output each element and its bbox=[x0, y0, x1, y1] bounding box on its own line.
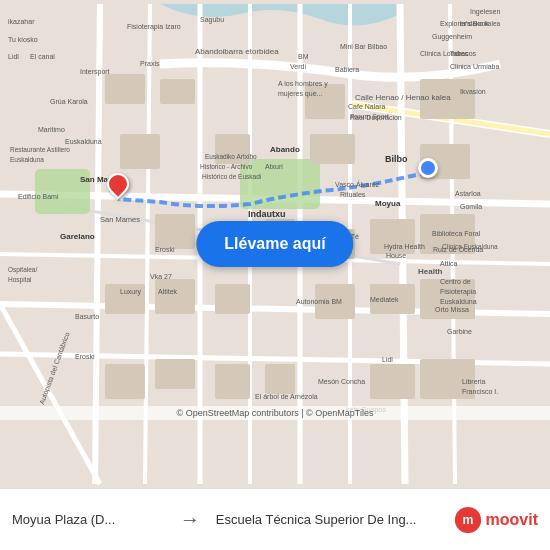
svg-text:Astarloa: Astarloa bbox=[455, 190, 481, 197]
svg-text:BM: BM bbox=[298, 53, 309, 60]
svg-text:Clinica Londres: Clinica Londres bbox=[420, 50, 469, 57]
svg-text:Ikvasion: Ikvasion bbox=[460, 88, 486, 95]
svg-rect-39 bbox=[105, 364, 145, 399]
svg-text:Historico - Archivo: Historico - Archivo bbox=[200, 163, 253, 170]
svg-text:Libreria: Libreria bbox=[462, 378, 485, 385]
svg-text:Cafe Nalara: Cafe Nalara bbox=[348, 103, 385, 110]
destination-label: Escuela Técnica Superior De Ing... bbox=[208, 512, 444, 527]
svg-rect-25 bbox=[310, 134, 355, 164]
moovit-logo: m moovit bbox=[444, 506, 538, 534]
svg-text:Mini Bar Bilbao: Mini Bar Bilbao bbox=[340, 43, 387, 50]
svg-text:Altitek: Altitek bbox=[158, 288, 178, 295]
svg-text:Fisioterapia: Fisioterapia bbox=[440, 288, 476, 296]
svg-text:Euskalduna: Euskalduna bbox=[440, 298, 477, 305]
svg-text:Autonomia BM: Autonomia BM bbox=[296, 298, 342, 305]
svg-rect-20 bbox=[160, 79, 195, 104]
moovit-text: moovit bbox=[486, 511, 538, 529]
svg-text:Lidl: Lidl bbox=[382, 356, 393, 363]
svg-text:Clínica Euskalduna: Clínica Euskalduna bbox=[442, 243, 498, 250]
svg-text:Francisco I.: Francisco I. bbox=[462, 388, 498, 395]
svg-text:Centro de: Centro de bbox=[440, 278, 471, 285]
svg-text:Indautxu: Indautxu bbox=[248, 209, 286, 219]
footer: Moyua Plaza (D... → Escuela Técnica Supe… bbox=[0, 488, 550, 550]
map-attribution: © OpenStreetMap contributors | © OpenMap… bbox=[0, 406, 550, 420]
origin-marker bbox=[107, 173, 129, 195]
moovit-icon: m bbox=[454, 506, 482, 534]
svg-text:Hospital: Hospital bbox=[8, 276, 32, 284]
svg-text:Vasco Álvarez: Vasco Álvarez bbox=[335, 180, 380, 188]
svg-text:Euskalduna: Euskalduna bbox=[10, 156, 44, 163]
arrow-icon: → bbox=[172, 508, 208, 531]
navigate-button[interactable]: Llévame aquí bbox=[196, 221, 353, 267]
svg-text:Ingelesen: Ingelesen bbox=[470, 8, 500, 16]
svg-text:Clinica Urmiaba: Clinica Urmiaba bbox=[450, 63, 500, 70]
svg-text:House: House bbox=[386, 252, 406, 259]
svg-text:Tu kiosko: Tu kiosko bbox=[8, 36, 38, 43]
svg-text:Intersport: Intersport bbox=[80, 68, 110, 76]
svg-text:Ospitalea/: Ospitalea/ bbox=[8, 266, 37, 274]
svg-text:Attica: Attica bbox=[440, 260, 458, 267]
svg-text:Garbine: Garbine bbox=[447, 328, 472, 335]
svg-rect-43 bbox=[370, 364, 415, 399]
svg-text:Mediatek: Mediatek bbox=[370, 296, 399, 303]
svg-text:Calle Henao / Henao kalea: Calle Henao / Henao kalea bbox=[355, 93, 451, 102]
svg-text:Praxis: Praxis bbox=[140, 60, 160, 67]
svg-text:Abando: Abando bbox=[270, 145, 300, 154]
svg-text:Mesón Concha: Mesón Concha bbox=[318, 378, 365, 385]
svg-text:Fisioterapia Izaro: Fisioterapia Izaro bbox=[127, 23, 181, 31]
svg-text:Eroski: Eroski bbox=[75, 353, 95, 360]
svg-text:Atxuri: Atxuri bbox=[265, 163, 283, 170]
svg-text:landako kalea: landako kalea bbox=[460, 20, 500, 27]
svg-text:Health: Health bbox=[418, 267, 443, 276]
destination-marker bbox=[418, 158, 438, 178]
origin-label: Moyua Plaza (D... bbox=[12, 512, 172, 527]
app-container: Calle Henao / Henao kalea Abandoibarra e… bbox=[0, 0, 550, 550]
svg-rect-27 bbox=[155, 214, 195, 249]
svg-text:Edificio Bami: Edificio Bami bbox=[18, 193, 59, 200]
svg-text:ikazahar: ikazahar bbox=[8, 18, 35, 25]
svg-rect-41 bbox=[215, 364, 250, 399]
svg-rect-35 bbox=[215, 284, 250, 314]
svg-text:Eroski: Eroski bbox=[155, 246, 175, 253]
svg-text:mujeres que...: mujeres que... bbox=[278, 90, 322, 98]
svg-text:El árbol de Arnézola: El árbol de Arnézola bbox=[255, 393, 318, 400]
svg-text:Bilbo: Bilbo bbox=[385, 154, 408, 164]
svg-text:Restaurante Astillero: Restaurante Astillero bbox=[10, 146, 70, 153]
svg-text:Gomila: Gomila bbox=[460, 203, 482, 210]
svg-text:El canal: El canal bbox=[30, 53, 55, 60]
svg-text:Lidl: Lidl bbox=[8, 53, 19, 60]
svg-text:A los hombres y: A los hombres y bbox=[278, 80, 328, 88]
svg-text:Moyua: Moyua bbox=[375, 199, 401, 208]
svg-rect-19 bbox=[105, 74, 145, 104]
svg-rect-40 bbox=[155, 359, 195, 389]
svg-text:Sagubu: Sagubu bbox=[200, 16, 224, 24]
svg-rect-34 bbox=[155, 279, 195, 314]
svg-text:Basurto: Basurto bbox=[75, 313, 99, 320]
svg-text:m: m bbox=[462, 513, 473, 527]
svg-text:Guggenheim: Guggenheim bbox=[432, 33, 472, 41]
svg-text:Vka 27: Vka 27 bbox=[150, 273, 172, 280]
svg-rect-23 bbox=[120, 134, 160, 169]
svg-rect-42 bbox=[265, 364, 295, 394]
svg-text:Rael Decoracion: Rael Decoracion bbox=[350, 114, 402, 121]
svg-text:San Mames: San Mames bbox=[100, 215, 140, 224]
pin-icon bbox=[102, 168, 133, 199]
svg-text:Biblioteca Foral: Biblioteca Foral bbox=[432, 230, 481, 237]
svg-text:Rituales: Rituales bbox=[340, 191, 366, 198]
svg-text:Abandoibarra etorbidea: Abandoibarra etorbidea bbox=[195, 47, 279, 56]
svg-text:Grúa Karola: Grúa Karola bbox=[50, 98, 88, 105]
svg-text:Garelano: Garelano bbox=[60, 232, 95, 241]
svg-text:Hydra Health: Hydra Health bbox=[384, 243, 425, 251]
svg-text:Histórico de Euskadi: Histórico de Euskadi bbox=[202, 173, 261, 180]
svg-text:Maritimo: Maritimo bbox=[38, 126, 65, 133]
map-area: Calle Henao / Henao kalea Abandoibarra e… bbox=[0, 0, 550, 488]
svg-text:Luxury: Luxury bbox=[120, 288, 142, 296]
svg-text:Euskadiko Artxibo: Euskadiko Artxibo bbox=[205, 153, 257, 160]
svg-text:Babiera: Babiera bbox=[335, 66, 359, 73]
svg-text:Orto Missa: Orto Missa bbox=[435, 306, 469, 313]
svg-text:Verdi: Verdi bbox=[290, 63, 306, 70]
svg-text:Euskalduna: Euskalduna bbox=[65, 138, 102, 145]
